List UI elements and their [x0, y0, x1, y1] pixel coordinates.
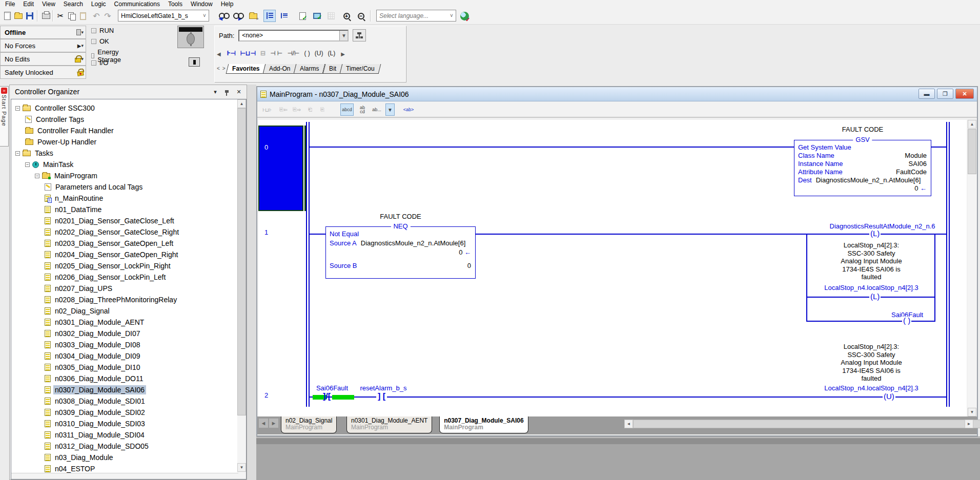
browse-rung-icon[interactable]: ⎘ [316, 103, 329, 116]
neq-instruction[interactable]: NEQ Not Equal Source ADiagnosticsMoule_n… [325, 226, 476, 279]
tree-item-label[interactable]: MainTask [42, 160, 75, 169]
watch-toggle-icon[interactable] [278, 10, 290, 22]
tabs-prev-icon[interactable]: ◄ [259, 419, 268, 428]
rung0-comment[interactable]: FAULT CODE [794, 126, 931, 133]
chevron-down-icon[interactable]: ˅ [200, 13, 209, 18]
tree-item-label[interactable]: n0206_Diag_Sensor_LockPin_Left [53, 273, 167, 282]
open-icon[interactable] [12, 10, 25, 22]
rung2-contact2-tag[interactable]: resetAlarm_b_s [359, 384, 408, 392]
nc-contact[interactable]: ]/[ [323, 392, 331, 401]
rung0-selection-block[interactable] [258, 126, 303, 211]
organizer-tree[interactable]: −Controller SSC300Controller TagsControl… [11, 99, 247, 479]
edits-row[interactable]: No Edits ▾ [0, 52, 86, 66]
tag-format-icon[interactable]: <ab> [402, 103, 415, 116]
tree-item[interactable]: n0308_Diag_Module_SDI01 [11, 395, 147, 407]
safety-row[interactable]: Safety Unlocked [0, 66, 86, 79]
editor-vscroll-up-icon[interactable]: ▲ [968, 120, 976, 129]
tree-item-label[interactable]: n0302_Diag_Module_DI07 [53, 329, 142, 338]
chevron-down-icon[interactable]: ▾ [81, 43, 84, 48]
editor-hscroll-right-icon[interactable]: ► [965, 420, 973, 428]
maximize-icon[interactable]: ❐ [937, 89, 953, 99]
tree-item[interactable]: n0310_Diag_Module_SDI03 [11, 418, 147, 429]
editor-vscroll-thumb[interactable] [968, 129, 976, 174]
path-combo[interactable]: <none> ▼ [238, 30, 349, 41]
organizer-title-bar[interactable]: Controller Organizer ▾ ✕ [10, 85, 247, 98]
tree-item[interactable]: n01_DataTime [11, 204, 103, 215]
palette-tabs-prev-icon[interactable]: < [216, 64, 221, 71]
tree-item-label[interactable]: n0305_Diag_Module_DI10 [53, 363, 142, 372]
tabs-next-icon[interactable]: ► [269, 419, 278, 428]
menu-search[interactable]: Search [59, 1, 87, 8]
tree-item[interactable]: n02_Diag_Signal [11, 305, 111, 317]
coil-unlatch-icon[interactable]: (U) [315, 50, 323, 57]
unlatch-coil[interactable]: (U) [883, 392, 895, 401]
tree-item[interactable]: Controller Fault Handler [11, 125, 115, 136]
palette-tab-alarms[interactable]: Alarms [294, 64, 325, 74]
import-rung-icon[interactable]: ⎘⇐ [277, 103, 290, 116]
routine-tab-n02_diag_signal[interactable]: n02_Diag_SignalMainProgram [281, 416, 337, 433]
ladder-canvas[interactable]: 0 FAULT CODE GSV Get System Value Class … [258, 120, 967, 416]
tree-item[interactable]: n0305_Diag_Module_DI10 [11, 362, 142, 373]
tree-item-label[interactable]: n0301_Diag_Module_AENT [53, 318, 146, 327]
tree-item[interactable]: −Controller SSC300 [11, 102, 96, 114]
editor-title-bar[interactable]: MainProgram - n0307_Diag_Module_SAI06 ▬ … [257, 87, 977, 101]
tree-expand-icon[interactable]: − [15, 106, 20, 111]
rung2-description[interactable]: LocalStop_n4[2].3:SSC-300 SafetyAnalog I… [810, 343, 933, 383]
contact-nc-icon[interactable]: ⊣/⊢ [287, 50, 299, 57]
tree-expand-icon[interactable]: − [35, 174, 39, 178]
tree-item-label[interactable]: n0309_Diag_Module_SDI02 [53, 408, 147, 417]
tree-item[interactable]: n0203_Diag_Sensor_GateOpen_Left [11, 238, 175, 249]
editor-hscroll-left-icon[interactable]: ◄ [624, 420, 633, 428]
window-position-icon[interactable]: ▾ [211, 88, 220, 96]
edit-rung-icon[interactable]: ⎗ [303, 103, 317, 116]
coil-latch-icon[interactable]: (L) [328, 50, 336, 57]
menu-help[interactable]: Help [217, 1, 238, 8]
palette-tab-favorites[interactable]: Favorites [226, 64, 266, 74]
toggle-branch-icon[interactable]: ⊦⊔⊦ [260, 103, 274, 116]
branch2-tag[interactable]: LocalStop_n4.localStop_n4[2].3 [810, 284, 933, 291]
tree-item[interactable]: n0205_Diag_Sensor_LockPin_Right [11, 260, 172, 272]
new-rung-icon[interactable]: Ⱶ⊣ [227, 50, 236, 57]
zoom-out-icon[interactable]: − [355, 10, 367, 22]
close-icon[interactable]: ✕ [955, 89, 974, 99]
tree-item[interactable]: n0301_Diag_Module_AENT [11, 317, 146, 328]
start-page-tab[interactable]: » Start Page [0, 86, 9, 147]
forces-row[interactable]: No Forces ▶▾ [0, 39, 86, 52]
tree-item-label[interactable]: n0306_Diag_Module_DO11 [53, 374, 145, 383]
tree-item[interactable]: Controller Tags [11, 114, 86, 125]
palette-tab-addon[interactable]: Add-On [263, 64, 297, 74]
organizer-toggle-icon[interactable] [263, 10, 276, 22]
tree-item[interactable]: n0208_Diag_ThreePhMonitoringRelay [11, 294, 178, 305]
tree-item-label[interactable]: n0203_Diag_Sensor_GateOpen_Left [53, 239, 175, 248]
tree-item[interactable]: n0312_Diag_Module_SDO05 [11, 441, 150, 452]
tree-item[interactable]: n0302_Diag_Module_DI07 [11, 328, 142, 339]
tree-item-label[interactable]: n0204_Diag_Sensor_GateOpen_Right [53, 250, 180, 259]
rung2-output-tag[interactable]: LocalStop_n4.localStop_n4[2].3 [810, 384, 933, 392]
copy-icon[interactable] [66, 10, 78, 22]
language-globe-icon[interactable] [458, 10, 471, 22]
chevron-down-icon[interactable]: ▼ [339, 31, 348, 40]
find-in-routines-icon[interactable]: ⌕ [247, 10, 259, 22]
zoom-in-icon[interactable]: + [340, 10, 353, 22]
show-description-icon[interactable]: abcd [340, 103, 354, 116]
chevron-down-icon[interactable]: ˅ [447, 13, 456, 18]
routine-tab-n0301_diag_module_aent[interactable]: n0301_Diag_Module_AENTMainProgram [346, 416, 432, 433]
tree-item[interactable]: n0202_Diag_Sensor_GateClose_Right [11, 226, 180, 238]
tag-search-combo[interactable]: HmiCloseLeftGate1_b_s ˅ [118, 10, 209, 22]
tree-item-label[interactable]: Controller Tags [34, 115, 86, 124]
tree-item[interactable]: −MainTask [11, 159, 75, 170]
menu-edit[interactable]: Edit [19, 1, 38, 8]
tag-search-value[interactable]: HmiCloseLeftGate1_b_s [118, 12, 200, 19]
language-placeholder[interactable]: Select language... [377, 12, 447, 19]
tree-item[interactable]: n0204_Diag_Sensor_GateOpen_Right [11, 249, 180, 260]
tree-expand-icon[interactable]: − [15, 151, 20, 156]
auto-hide-pin-icon[interactable] [222, 88, 231, 96]
gsv-instruction[interactable]: GSV Get System Value Class NameModule In… [794, 140, 931, 196]
palette-tabs-next-icon[interactable]: > [221, 64, 227, 71]
latch-coil[interactable]: (L) [869, 293, 881, 301]
tree-item-label[interactable]: Tasks [33, 149, 55, 158]
rung1-number[interactable]: 1 [264, 228, 268, 236]
search-next-icon[interactable]: ▶ [232, 10, 244, 22]
tree-item[interactable]: Parameters and Local Tags [11, 181, 144, 193]
wrap-description-icon[interactable]: ab cd [356, 103, 369, 116]
